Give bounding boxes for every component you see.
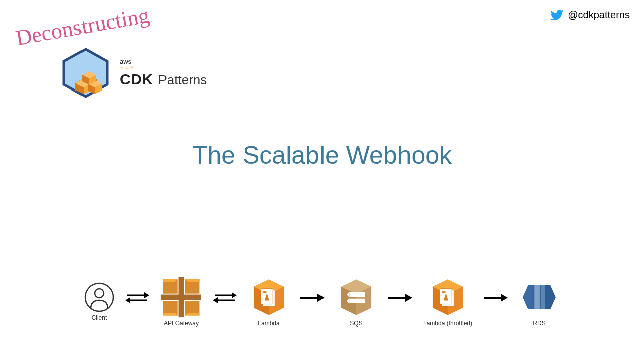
- cdk-patterns-logo: aws CDK Patterns: [60, 48, 207, 98]
- cdk-text: CDK: [120, 71, 153, 87]
- arrow-right-icon: [482, 290, 509, 305]
- node-lambda: Lambda: [248, 277, 289, 327]
- node-sqs-label: SQS: [350, 320, 362, 327]
- arrow-bidirectional-icon: [124, 290, 150, 305]
- twitter-icon: [550, 10, 564, 21]
- svg-rect-39: [349, 292, 365, 297]
- page-title: The Scalable Webhook: [0, 141, 644, 170]
- lambda-icon: [427, 277, 468, 318]
- svg-point-18: [95, 289, 104, 298]
- node-lambda-throttled: Lambda (throttled): [423, 277, 472, 327]
- arrow-right-icon: [299, 290, 326, 305]
- node-client: Client: [84, 282, 114, 321]
- node-rds: RDS: [519, 277, 560, 327]
- aws-label: aws: [120, 58, 207, 65]
- client-icon: [84, 282, 114, 312]
- patterns-text: Patterns: [158, 73, 207, 87]
- node-api-gateway-label: API Gateway: [164, 320, 199, 327]
- architecture-flow: Client API: [0, 277, 644, 327]
- twitter-handle-text: @cdkpatterns: [568, 9, 630, 21]
- aws-smile-icon: [120, 66, 134, 69]
- svg-rect-35: [263, 291, 266, 293]
- logo-text: aws CDK Patterns: [120, 58, 207, 87]
- node-rds-label: RDS: [533, 320, 545, 327]
- node-api-gateway: API Gateway: [160, 277, 202, 327]
- rds-icon: [519, 277, 560, 318]
- svg-rect-40: [349, 299, 365, 303]
- twitter-handle[interactable]: @cdkpatterns: [550, 9, 630, 21]
- node-client-label: Client: [92, 314, 107, 321]
- arrow-right-icon: [387, 290, 413, 305]
- lambda-icon: [248, 277, 289, 318]
- node-lambda-throttled-label: Lambda (throttled): [423, 320, 472, 327]
- node-lambda-label: Lambda: [258, 320, 279, 327]
- svg-marker-51: [523, 285, 533, 309]
- svg-rect-53: [541, 285, 545, 309]
- svg-rect-52: [534, 285, 540, 309]
- api-gateway-icon: [160, 277, 202, 318]
- deconstructing-tagline: Deconstructing: [14, 4, 151, 49]
- cdk-hexagon-icon: [60, 48, 111, 98]
- arrow-bidirectional-icon: [212, 290, 238, 305]
- node-sqs: SQS: [336, 277, 377, 327]
- sqs-icon: [336, 277, 377, 318]
- svg-rect-49: [442, 291, 445, 293]
- svg-rect-20: [161, 295, 201, 300]
